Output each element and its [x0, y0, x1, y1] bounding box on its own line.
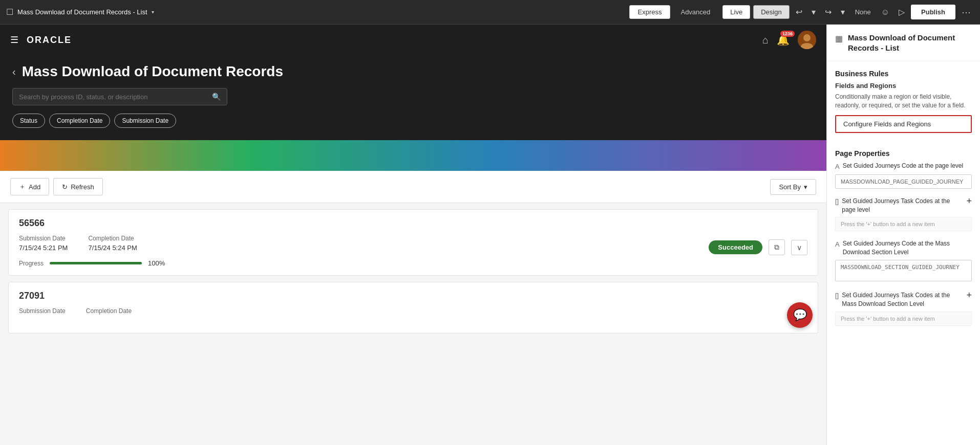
prop-icon-1: A [835, 162, 840, 171]
bell-container[interactable]: 🔔 1236 [777, 34, 790, 46]
record-card-1: 56566 Submission Date 7/15/24 5:21 PM Co… [8, 209, 818, 276]
chat-icon: 💬 [793, 308, 807, 322]
left-panel: ☰ ORACLE ⌂ 🔔 1236 [0, 25, 826, 445]
add-label: Add [29, 183, 40, 191]
property-label-3: A Set Guided Journeys Code at the Mass D… [835, 239, 972, 257]
property-item-1: A Set Guided Journeys Code at the page l… [835, 162, 972, 189]
fields-regions-label: Fields and Regions [835, 82, 972, 90]
filter-completion-date-button[interactable]: Completion Date [49, 114, 110, 128]
oracle-left: ☰ ORACLE [10, 34, 72, 46]
sort-by-button[interactable]: Sort By ▾ [770, 179, 816, 195]
play-button[interactable]: ▷ [896, 5, 908, 19]
status-badge-1: Succeeded [709, 240, 762, 254]
property-label-text-1: Set Guided Journeys Code at the page lev… [843, 162, 964, 170]
top-bar-center: Express Advanced [629, 5, 719, 19]
record-id-2: 27091 [19, 291, 807, 301]
property-input-1[interactable] [835, 174, 972, 189]
chat-fab-button[interactable]: 💬 [787, 302, 813, 328]
back-arrow-icon[interactable]: ‹ [12, 66, 16, 78]
expand-button-1[interactable]: ∨ [791, 240, 807, 255]
top-bar-title: Mass Download of Document Records - List [17, 8, 147, 16]
completion-date-label: Completion Date [88, 235, 137, 242]
content-area: ＋ Add ↻ Refresh Sort By ▾ 56566 [0, 171, 826, 445]
top-bar-left: ☐ Mass Download of Document Records - Li… [6, 7, 625, 17]
property-add-label-2: Set Guided Journeys Task Codes at the pa… [842, 197, 963, 214]
publish-button[interactable]: Publish [911, 5, 955, 19]
search-input[interactable] [19, 93, 212, 101]
none-button[interactable]: None [851, 6, 875, 18]
page-header-top: ‹ Mass Download of Document Records [12, 63, 814, 80]
fields-regions-desc: Conditionally make a region or field vis… [835, 93, 972, 110]
plus-icon: ＋ [19, 182, 26, 191]
prop-icon-2: [] [835, 197, 839, 205]
completion-date-label-2: Completion Date [86, 307, 132, 315]
decorative-banner [0, 140, 826, 171]
property-add-label-4: Set Guided Journeys Task Codes at the Ma… [842, 291, 963, 308]
home-icon[interactable]: ⌂ [762, 34, 769, 46]
record-id-1: 56566 [19, 218, 807, 229]
business-rules-heading: Business Rules [827, 61, 980, 82]
main-layout: ☰ ORACLE ⌂ 🔔 1236 [0, 25, 980, 445]
property-item-2: [] Set Guided Journeys Task Codes at the… [835, 197, 972, 232]
title-chevron-icon[interactable]: ▾ [152, 9, 154, 15]
record-card-2: 27091 Submission Date Completion Date 💬 [8, 282, 818, 333]
fields-regions-section: Fields and Regions Conditionally make a … [827, 82, 980, 141]
filter-buttons: Status Completion Date Submission Date [12, 114, 814, 128]
completion-date-col: Completion Date 7/15/24 5:24 PM [88, 235, 137, 252]
page-icon: ☐ [6, 7, 13, 17]
express-button[interactable]: Express [629, 5, 671, 19]
refresh-label: Refresh [71, 183, 94, 191]
redo-button[interactable]: ↪ [822, 5, 835, 19]
notification-badge: 1236 [780, 31, 795, 37]
copy-button-1[interactable]: ⧉ [769, 239, 785, 255]
undo-dropdown-button[interactable]: ▾ [808, 5, 819, 19]
progress-bar-container-1 [50, 262, 142, 264]
submission-date-value: 7/15/24 5:21 PM [19, 244, 68, 252]
add-item-button-2[interactable]: + [966, 290, 972, 301]
add-item-button-1[interactable]: + [966, 196, 972, 207]
search-bar: 🔍 [12, 88, 227, 105]
filter-status-button[interactable]: Status [12, 114, 45, 128]
submission-date-label: Submission Date [19, 235, 68, 242]
redo-dropdown-button[interactable]: ▾ [838, 5, 848, 19]
submission-date-label-2: Submission Date [19, 307, 66, 315]
prop-icon-3: A [835, 240, 840, 249]
avatar[interactable] [798, 31, 816, 49]
hamburger-icon[interactable]: ☰ [10, 34, 18, 46]
property-add-row-4: [] Set Guided Journeys Task Codes at the… [835, 291, 972, 308]
page-properties-heading: Page Properties [827, 141, 980, 162]
advanced-button[interactable]: Advanced [672, 6, 718, 18]
emoji-button[interactable]: ☺ [878, 6, 892, 19]
property-label-1: A Set Guided Journeys Code at the page l… [835, 162, 972, 171]
sort-chevron-icon: ▾ [804, 183, 807, 191]
property-input-3[interactable]: MASSDOWNLOAD_SECTION_GUIDED_JOURNEY [835, 260, 972, 281]
page-title: Mass Download of Document Records [22, 63, 283, 80]
oracle-right: ⌂ 🔔 1236 [762, 31, 816, 49]
add-hint-1: Press the '+' button to add a new item [835, 217, 972, 231]
svg-point-1 [803, 34, 811, 41]
refresh-button[interactable]: ↻ Refresh [53, 178, 103, 195]
top-bar-right: Live Design ↩ ▾ ↪ ▾ None ☺ ▷ Publish ⋯ [722, 5, 974, 20]
top-bar: ☐ Mass Download of Document Records - Li… [0, 0, 980, 25]
completion-date-col-2: Completion Date [86, 307, 132, 317]
filter-submission-date-button[interactable]: Submission Date [114, 114, 176, 128]
property-label-text-3: Set Guided Journeys Code at the Mass Dow… [843, 239, 972, 257]
page-header: ‹ Mass Download of Document Records 🔍 St… [0, 55, 826, 140]
configure-fields-regions-button[interactable]: Configure Fields and Regions [835, 115, 972, 133]
right-panel-header: ▦ Mass Download of Document Records - Li… [827, 25, 980, 61]
oracle-logo: ORACLE [27, 35, 72, 46]
progress-row-1: Progress 100% [19, 259, 807, 267]
property-item-3: A Set Guided Journeys Code at the Mass D… [835, 239, 972, 283]
record-dates-2: Submission Date Completion Date [19, 307, 807, 317]
submission-date-col: Submission Date 7/15/24 5:21 PM [19, 235, 68, 252]
panel-icon: ▦ [835, 34, 843, 43]
undo-button[interactable]: ↩ [793, 5, 805, 19]
more-options-button[interactable]: ⋯ [958, 5, 974, 20]
property-add-row-2: [] Set Guided Journeys Task Codes at the… [835, 197, 972, 214]
add-button[interactable]: ＋ Add [10, 178, 49, 195]
property-item-4: [] Set Guided Journeys Task Codes at the… [835, 291, 972, 326]
record-status-row-1: Succeeded ⧉ ∨ [19, 239, 807, 255]
prop-icon-4: [] [835, 292, 839, 299]
design-button[interactable]: Design [753, 5, 789, 19]
live-button[interactable]: Live [722, 5, 750, 19]
